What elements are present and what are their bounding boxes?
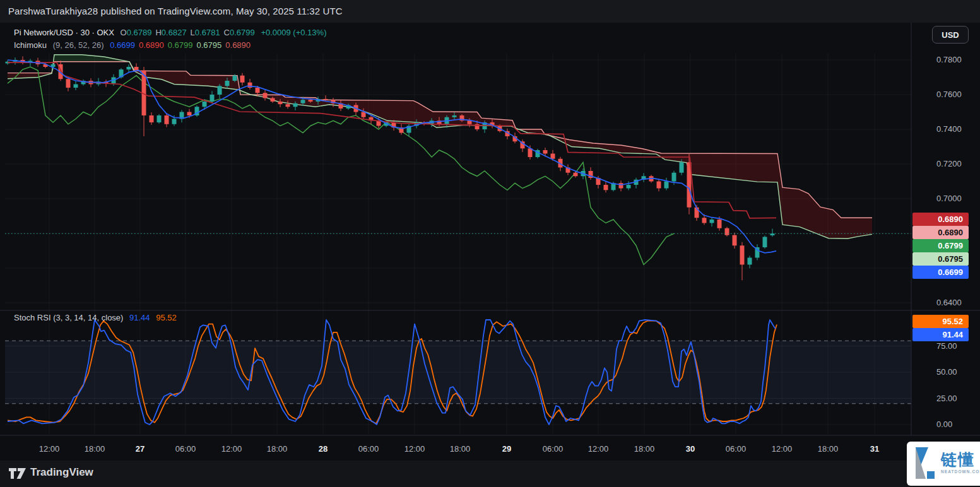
ichimoku-value: 0.6890 — [139, 40, 164, 50]
watermark-card[interactable]: 链懂 NEATDOWN.COM — [907, 442, 980, 486]
currency-toggle-button[interactable]: USD — [932, 26, 969, 44]
price-tick-label: 0.7000 — [936, 194, 962, 203]
time-tick-label: 06:00 — [358, 444, 379, 454]
candle-body — [627, 185, 631, 189]
candle-body — [725, 228, 729, 235]
candle-body — [278, 102, 283, 104]
price-badge: 0.6795 — [912, 252, 969, 266]
price-tick-label: 0.7400 — [936, 124, 962, 134]
candle-body — [672, 173, 676, 182]
candle-body — [301, 100, 305, 103]
candle-body — [733, 235, 737, 246]
candle-body — [271, 98, 275, 102]
candle-body — [210, 95, 215, 102]
ichimoku-cloud — [53, 55, 135, 72]
candle-body — [263, 93, 268, 98]
candle-body — [286, 104, 290, 107]
candle-body — [664, 182, 669, 189]
candle-body — [468, 120, 472, 124]
stoch-tick-label: 0.00 — [936, 420, 952, 429]
price-tick-label: 0.6400 — [936, 298, 962, 307]
candle-body — [66, 79, 71, 88]
ichimoku-legend: Ichimoku (9, 26, 52, 26) 0.66990.68900.6… — [14, 40, 254, 50]
candle-body — [240, 76, 245, 83]
tradingview-logo-icon[interactable] — [8, 467, 27, 482]
time-tick-label: 12:00 — [404, 444, 425, 454]
publish-bar: ParshwaTurakhiya28 published on TradingV… — [0, 0, 980, 23]
candle-body — [748, 258, 752, 265]
indicator-name: Ichimoku — [14, 40, 47, 50]
stoch-title: Stoch RSI (3, 3, 14, 14, close) — [14, 313, 123, 322]
time-tick-label: 30 — [686, 444, 695, 454]
time-tick-label: 18:00 — [85, 444, 105, 454]
stoch-legend: Stoch RSI (3, 3, 14, 14, close) 91.44 95… — [14, 313, 180, 322]
candle-body — [309, 100, 313, 102]
candle-body — [702, 218, 707, 223]
candle-body — [165, 115, 169, 124]
candle-body — [717, 220, 722, 228]
indicator-params: (9, 26, 52, 26) — [53, 40, 104, 50]
price-tick-label: 0.7200 — [936, 159, 962, 168]
candle-body — [324, 99, 328, 100]
candle-body — [574, 173, 578, 177]
ohlc-values: O0.6789H0.6827L0.6781C0.6799 — [121, 28, 259, 37]
candle-body — [710, 220, 714, 223]
time-tick-label: 18:00 — [818, 444, 839, 454]
time-tick-label: 06:00 — [543, 444, 564, 454]
ichimoku-values: 0.66990.68900.67990.67950.6890 — [110, 40, 254, 50]
ohlc-token: H0.6827 — [155, 28, 186, 37]
price-badge: 0.6799 — [912, 239, 969, 252]
neatdown-logo-icon — [912, 446, 940, 481]
chart-canvas[interactable] — [0, 23, 980, 461]
candle-body — [150, 115, 154, 122]
time-tick-label: 27 — [136, 444, 145, 454]
candle-body — [362, 112, 366, 117]
time-tick-label: 06:00 — [175, 444, 196, 454]
watermark-site-url: NEATDOWN.COM — [941, 469, 980, 474]
candle-body — [657, 182, 661, 189]
stoch-badge: 91.44 — [912, 328, 969, 341]
candle-body — [619, 183, 623, 188]
time-tick-label: 18:00 — [634, 444, 655, 454]
stoch-tick-label: 25.00 — [936, 394, 957, 403]
tradingview-wordmark[interactable]: TradingView — [30, 466, 93, 479]
time-tick-label: 12:00 — [588, 444, 609, 454]
time-tick-label: 18:00 — [267, 444, 288, 454]
candle-body — [604, 185, 608, 190]
time-tick-label: 29 — [502, 444, 511, 454]
time-tick-label: 18:00 — [450, 444, 471, 454]
candle-body — [248, 83, 252, 88]
candle-body — [763, 237, 767, 248]
ichimoku-value: 0.6795 — [197, 40, 222, 50]
candle-body — [543, 150, 548, 154]
price-badge: 0.6890 — [912, 226, 969, 239]
price-tick-label: 0.7800 — [936, 55, 962, 64]
ichimoku-value: 0.6799 — [168, 40, 193, 50]
ichimoku-value: 0.6699 — [110, 40, 135, 50]
ohlc-token: C0.6799 — [224, 28, 255, 37]
stoch-tick-label: 75.00 — [936, 341, 957, 351]
time-tick-label: 12:00 — [221, 444, 242, 454]
chart-surface[interactable]: Pi Network/USD · 30 · OKX O0.6789H0.6827… — [0, 23, 980, 461]
time-tick-label: 12:00 — [39, 444, 60, 454]
ichimoku-value: 0.6890 — [225, 40, 251, 50]
time-tick-label: 28 — [319, 444, 328, 454]
candle-body — [203, 102, 207, 107]
candle-body — [452, 115, 457, 117]
watermark-brand-name: 链懂 — [941, 449, 975, 470]
candle-body — [127, 67, 131, 69]
candle-body — [157, 115, 162, 122]
candle-body — [233, 76, 237, 81]
chikou-line — [8, 67, 674, 265]
candle-body — [680, 162, 684, 173]
kijun-line — [8, 62, 776, 218]
candle-body — [74, 85, 78, 88]
stoch-tick-label: 50.00 — [936, 367, 957, 377]
stoch-d-value: 95.52 — [156, 313, 177, 322]
candle-body — [134, 67, 139, 71]
ohlc-token: L0.6781 — [191, 28, 220, 37]
candle-body — [218, 86, 222, 95]
footer-bar: TradingView — [0, 461, 980, 487]
price-badge: 0.6699 — [912, 266, 969, 279]
candle-body — [551, 154, 555, 159]
